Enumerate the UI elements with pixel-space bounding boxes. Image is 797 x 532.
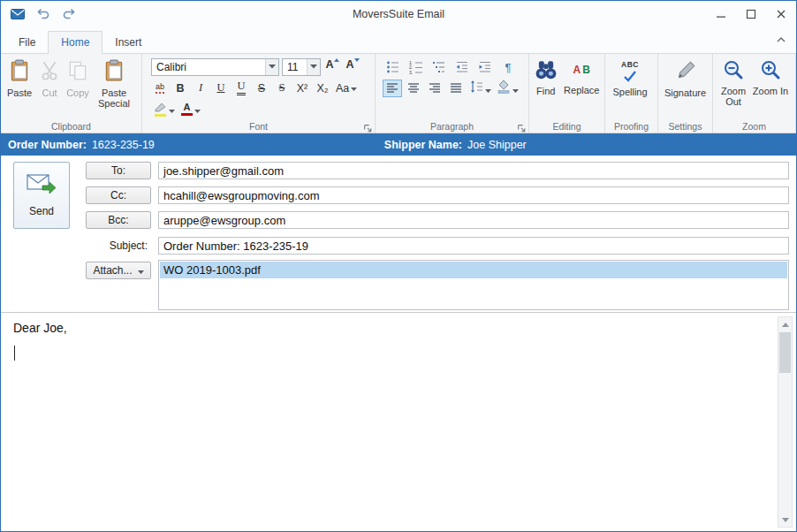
ribbon-group-editing: Find A B Replace Editing — [529, 54, 605, 133]
paste-special-button[interactable]: Paste Special — [93, 57, 135, 118]
bcc-button[interactable]: Bcc: — [86, 211, 151, 229]
tab-insert[interactable]: Insert — [102, 32, 154, 53]
paste-icon — [8, 59, 31, 85]
show-paragraph-marks-button[interactable]: ¶ — [497, 58, 519, 76]
titlebar: MoversSuite Email — [1, 1, 796, 27]
spelling-check-icon: ABC — [621, 59, 639, 84]
ribbon-group-settings: Signature Settings — [658, 54, 713, 133]
numbering-button[interactable] — [406, 58, 427, 76]
underline-button[interactable]: U — [212, 80, 230, 97]
paragraph-dialog-launcher[interactable] — [517, 121, 527, 131]
font-dialog-launcher[interactable] — [363, 121, 373, 131]
increase-indent-button[interactable] — [474, 58, 496, 76]
scroll-down-icon[interactable] — [778, 513, 792, 527]
ribbon-tab-bar: File Home Insert — [1, 27, 796, 54]
chevron-down-icon — [169, 102, 175, 118]
zoom-out-icon — [723, 59, 744, 83]
font-group-label: Font — [142, 121, 375, 132]
cc-field[interactable]: hcahill@ewsgroupmoving.com — [158, 186, 789, 204]
minimize-button[interactable] — [706, 1, 736, 27]
caret-up-icon — [334, 58, 339, 62]
message-body[interactable]: Dear Joe, — [1, 312, 796, 531]
chevron-down-icon — [351, 82, 357, 95]
to-field[interactable]: joe.shipper@gmail.com — [158, 162, 789, 179]
line-spacing-button[interactable] — [467, 80, 493, 97]
change-case-button[interactable]: Aa — [334, 80, 359, 97]
paste-button[interactable]: Paste — [3, 57, 36, 118]
body-greeting: Dear Joe, — [1, 313, 796, 335]
shrink-font-button[interactable]: A — [344, 58, 361, 76]
find-button[interactable]: Find — [531, 57, 561, 118]
settings-group-label: Settings — [658, 121, 712, 132]
body-scrollbar[interactable] — [778, 316, 793, 528]
ribbon-group-font: Calibri 11 A A ab B — [142, 54, 376, 133]
close-button[interactable] — [766, 1, 796, 27]
copy-icon — [66, 59, 89, 85]
paragraph-group-label: Paragraph — [376, 121, 528, 132]
scrollbar-thumb[interactable] — [779, 332, 791, 373]
subscript-button[interactable]: X₂ — [314, 80, 331, 97]
chevron-down-icon — [194, 102, 201, 118]
text-highlight-color-button[interactable] — [151, 101, 177, 118]
line-spacing-icon — [469, 80, 483, 97]
italic-button[interactable]: I — [192, 80, 209, 97]
binoculars-icon — [535, 59, 558, 83]
subject-field[interactable]: Order Number: 1623-235-19 — [158, 237, 789, 255]
shading-button[interactable] — [495, 80, 520, 97]
attachments-panel[interactable]: WO 2019-1003.pdf — [158, 260, 789, 310]
paste-special-icon — [102, 59, 125, 85]
text-cursor — [14, 346, 15, 361]
chevron-down-icon — [307, 59, 320, 75]
app-window: MoversSuite Email File Home Insert Paste… — [0, 0, 797, 532]
signature-button[interactable]: Signature — [660, 57, 710, 118]
redo-icon[interactable] — [59, 4, 79, 24]
font-color-icon: A — [181, 103, 193, 116]
font-family-select[interactable]: Calibri — [151, 58, 279, 76]
double-strikethrough-button[interactable]: S — [273, 80, 291, 97]
send-button[interactable]: Send — [13, 162, 70, 229]
double-underline-button[interactable]: U — [232, 80, 250, 97]
order-info-bar: Order Number: 1623-235-19 Shipper Name: … — [1, 133, 796, 156]
zoom-in-button[interactable]: Zoom In — [752, 57, 789, 118]
align-left-button[interactable] — [383, 80, 402, 97]
spelling-button[interactable]: ABC Spelling — [607, 57, 653, 118]
replace-button[interactable]: A B Replace — [561, 57, 603, 118]
clipboard-group-label: Clipboard — [1, 121, 141, 132]
grow-font-button[interactable]: A — [323, 58, 341, 76]
chevron-down-icon — [512, 80, 519, 96]
proofing-group-label: Proofing — [605, 121, 657, 132]
align-center-button[interactable] — [404, 80, 423, 97]
justify-button[interactable] — [446, 80, 466, 97]
strikethrough-button[interactable]: S — [253, 80, 270, 97]
collapse-ribbon-icon[interactable] — [771, 33, 791, 47]
superscript-button[interactable]: X² — [293, 80, 311, 97]
order-number-label: Order Number: — [8, 139, 87, 151]
zoom-out-button[interactable]: Zoom Out — [715, 57, 752, 118]
tab-file[interactable]: File — [6, 32, 48, 53]
multilevel-list-button[interactable] — [429, 58, 450, 76]
align-right-button[interactable] — [425, 80, 444, 97]
text-effects-button[interactable]: ab — [151, 80, 169, 97]
cc-button[interactable]: Cc: — [86, 186, 151, 204]
bold-button[interactable]: B — [171, 80, 189, 97]
subject-label: Subject: — [86, 237, 151, 255]
scroll-up-icon[interactable] — [778, 317, 792, 331]
ribbon-group-paragraph: ¶ Paragraph — [376, 54, 529, 133]
shipper-name-label: Shipper Name: — [384, 139, 462, 151]
maximize-button[interactable] — [736, 1, 766, 27]
bullets-button[interactable] — [383, 58, 404, 76]
cut-button: Cut — [36, 57, 63, 118]
font-size-select[interactable]: 11 — [282, 58, 321, 76]
font-color-button[interactable]: A — [179, 101, 202, 118]
copy-button: Copy — [63, 57, 93, 118]
tab-home[interactable]: Home — [48, 31, 102, 54]
attach-button[interactable]: Attach... — [86, 262, 151, 279]
shading-icon — [497, 80, 511, 97]
replace-icon: A B — [573, 59, 590, 82]
to-button[interactable]: To: — [86, 162, 151, 179]
ribbon-group-proofing: ABC Spelling Proofing — [605, 54, 658, 133]
undo-icon[interactable] — [34, 4, 53, 24]
attachment-item[interactable]: WO 2019-1003.pdf — [160, 262, 787, 278]
bcc-field[interactable]: aruppe@ewsgroup.com — [158, 211, 789, 229]
decrease-indent-button[interactable] — [452, 58, 473, 76]
